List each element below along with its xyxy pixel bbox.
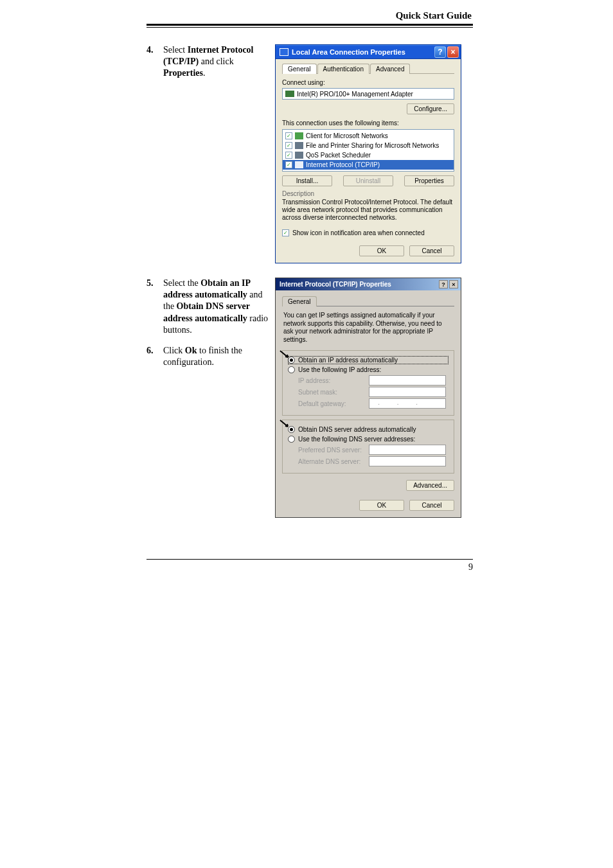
items-listbox[interactable]: ✓ Client for Microsoft Networks ✓ File a… [282, 129, 454, 172]
subnet-input [369, 387, 446, 397]
ip-fieldset: Obtain an IP address automatically Use t… [282, 350, 454, 416]
item-client-label: Client for Microsoft Networks [306, 132, 388, 139]
uninstall-button[interactable]: Uninstall [343, 175, 393, 186]
checkbox-icon[interactable]: ✓ [285, 132, 292, 139]
tab-authentication[interactable]: Authentication [317, 64, 369, 74]
tcpip-properties-dialog: Internet Protocol (TCP/IP) Properties ? … [275, 278, 461, 518]
gateway-input: ... [369, 398, 446, 409]
step-6: 6. Click Ok to finish the configuration. [147, 345, 269, 368]
pref-dns-input [369, 445, 446, 455]
step-5-number: 5. [147, 278, 163, 336]
description-text: Transmission Control Protocol/Internet P… [282, 197, 454, 226]
lan-cancel-button[interactable]: Cancel [409, 245, 454, 256]
tab-advanced[interactable]: Advanced [370, 64, 410, 74]
item-qos[interactable]: ✓ QoS Packet Scheduler [283, 150, 454, 160]
adapter-field: Intel(R) PRO/100+ Management Adapter [282, 88, 454, 100]
connect-using-label: Connect using: [282, 79, 454, 86]
lan-ok-button[interactable]: OK [359, 245, 404, 256]
item-tcpip-label: Internet Protocol (TCP/IP) [306, 161, 380, 168]
description-label: Description [282, 190, 454, 197]
close-icon[interactable]: × [447, 46, 459, 58]
step-4-text: Select Internet Protocol (TCP/IP) and cl… [163, 44, 269, 80]
tcpip-cancel-button[interactable]: Cancel [409, 500, 454, 511]
dns-fieldset: Obtain DNS server address automatically … [282, 420, 454, 474]
properties-button[interactable]: Properties [404, 175, 454, 186]
subnet-row: Subnet mask: [298, 387, 449, 397]
lan-titlebar: Local Area Connection Properties ? × [276, 45, 461, 59]
lan-tabs: General Authentication Advanced [282, 63, 454, 74]
radio-use-ip[interactable]: Use the following IP address: [288, 366, 449, 374]
ip-input [369, 375, 446, 385]
lan-title: Local Area Connection Properties [292, 48, 405, 56]
radio-use-ip-label: Use the following IP address: [298, 366, 381, 373]
items-label: This connection uses the following items… [282, 120, 454, 127]
radio-icon [288, 366, 295, 373]
step-6-number: 6. [147, 345, 163, 368]
show-icon-label: Show icon in notification area when conn… [292, 229, 425, 236]
adapter-name: Intel(R) PRO/100+ Management Adapter [297, 91, 413, 98]
pref-dns-label: Preferred DNS server: [298, 447, 369, 454]
checkbox-icon[interactable]: ✓ [285, 152, 292, 159]
ip-label: IP address: [298, 377, 369, 384]
step-5-text: Select the Obtain an IP address automati… [163, 278, 269, 336]
ip-address-row: IP address: [298, 375, 449, 385]
radio-icon [288, 436, 295, 443]
tcpip-ok-button[interactable]: OK [359, 500, 404, 511]
client-icon [295, 132, 303, 139]
service-icon [295, 152, 303, 159]
advanced-button[interactable]: Advanced... [406, 480, 454, 491]
alt-dns-input [369, 456, 446, 466]
install-button[interactable]: Install... [282, 175, 332, 186]
service-icon [295, 142, 303, 149]
close-icon[interactable]: × [449, 280, 458, 288]
step-6-text: Click Ok to finish the configuration. [163, 345, 269, 368]
radio-obtain-ip-label: Obtain an IP address automatically [298, 357, 398, 364]
page-header-title: Quick Start Guide [147, 10, 473, 21]
protocol-icon [295, 161, 303, 168]
arrow-icon [279, 419, 294, 430]
step-4: 4. Select Internet Protocol (TCP/IP) and… [147, 44, 269, 80]
item-client[interactable]: ✓ Client for Microsoft Networks [283, 131, 454, 141]
radio-use-dns[interactable]: Use the following DNS server addresses: [288, 435, 449, 443]
gateway-label: Default gateway: [298, 400, 369, 407]
step-4-number: 4. [147, 44, 163, 80]
page-number: 9 [147, 560, 473, 572]
tcpip-titlebar: Internet Protocol (TCP/IP) Properties ? … [276, 278, 461, 290]
help-icon[interactable]: ? [439, 280, 448, 288]
item-qos-label: QoS Packet Scheduler [306, 152, 371, 159]
radio-obtain-dns-label: Obtain DNS server address automatically [298, 426, 416, 433]
alt-dns-row: Alternate DNS server: [298, 456, 449, 466]
help-icon[interactable]: ? [434, 46, 446, 58]
show-icon-checkbox[interactable]: ✓ [282, 229, 289, 236]
tcpip-tab-general[interactable]: General [282, 296, 317, 306]
radio-obtain-dns[interactable]: Obtain DNS server address automatically [288, 425, 449, 434]
radio-obtain-ip[interactable]: Obtain an IP address automatically [288, 356, 449, 364]
lan-properties-dialog: Local Area Connection Properties ? × Gen… [275, 44, 461, 263]
checkbox-icon[interactable]: ✓ [285, 142, 292, 149]
alt-dns-label: Alternate DNS server: [298, 458, 369, 465]
item-fp-label: File and Printer Sharing for Microsoft N… [306, 142, 439, 149]
checkbox-icon[interactable]: ✓ [285, 161, 292, 168]
tcpip-description: You can get IP settings assigned automat… [283, 312, 453, 344]
header-rule-thick [147, 24, 473, 26]
item-file-printer[interactable]: ✓ File and Printer Sharing for Microsoft… [283, 141, 454, 150]
tcpip-title: Internet Protocol (TCP/IP) Properties [280, 281, 391, 288]
gateway-row: Default gateway: ... [298, 398, 449, 409]
arrow-icon [279, 350, 294, 361]
pref-dns-row: Preferred DNS server: [298, 445, 449, 455]
step-5: 5. Select the Obtain an IP address autom… [147, 278, 269, 336]
nic-icon [285, 91, 294, 97]
configure-button[interactable]: Configure... [407, 103, 454, 114]
tab-general[interactable]: General [282, 64, 317, 74]
radio-use-dns-label: Use the following DNS server addresses: [298, 436, 415, 443]
item-tcpip[interactable]: ✓ Internet Protocol (TCP/IP) [283, 160, 454, 170]
subnet-label: Subnet mask: [298, 389, 369, 396]
lan-title-icon [280, 48, 289, 56]
